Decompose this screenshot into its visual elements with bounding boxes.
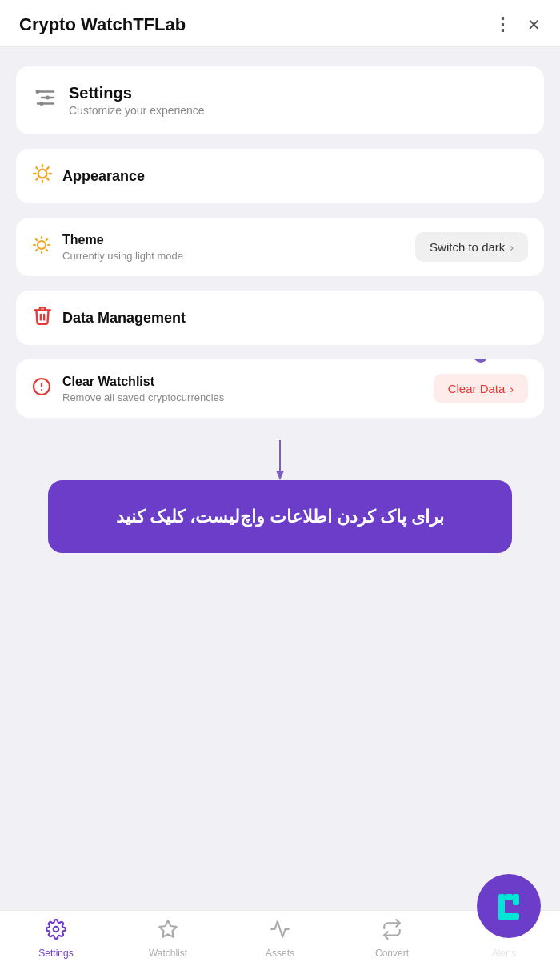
svg-line-11 — [36, 167, 38, 169]
more-icon[interactable]: ⋮ — [494, 14, 513, 35]
tooltip-anchor-dot — [474, 359, 488, 363]
svg-point-3 — [36, 90, 40, 94]
appearance-icon — [32, 163, 53, 189]
svg-line-20 — [36, 238, 37, 239]
close-icon[interactable]: ✕ — [527, 15, 541, 34]
theme-row: Theme Currently using light mode Switch … — [16, 218, 544, 276]
theme-row-left: Theme Currently using light mode — [32, 233, 183, 262]
settings-nav-label: Settings — [38, 948, 73, 959]
svg-line-21 — [46, 249, 47, 250]
watchlist-nav-icon — [158, 919, 178, 944]
svg-marker-34 — [159, 920, 177, 937]
switch-chevron-icon: › — [510, 241, 514, 254]
svg-marker-28 — [276, 471, 284, 480]
data-management-label: Data Management — [62, 310, 186, 327]
tooltip-connector — [272, 440, 288, 480]
settings-nav-icon — [46, 919, 66, 944]
svg-point-26 — [41, 389, 42, 391]
theme-subtitle: Currently using light mode — [62, 250, 183, 262]
tflab-logo-svg — [487, 884, 530, 928]
svg-line-14 — [47, 167, 49, 169]
theme-icon — [32, 235, 51, 259]
settings-header-text: Settings Customize your experience — [69, 84, 205, 117]
clear-watchlist-left: Clear Watchlist Remove all saved cryptoc… — [32, 375, 224, 403]
convert-nav-label: Convert — [375, 948, 409, 959]
alerts-nav-label: Alerts — [492, 948, 517, 959]
alert-circle-icon — [32, 377, 51, 401]
clear-chevron-icon: › — [510, 383, 514, 395]
clear-data-button-wrapper: Clear Data › — [434, 374, 528, 403]
settings-header-card: Settings Customize your experience — [16, 66, 544, 134]
clear-watchlist-subtitle: Remove all saved cryptocurrencies — [62, 391, 224, 403]
watchlist-nav-label: Watchlist — [149, 948, 187, 959]
switch-to-dark-button[interactable]: Switch to dark › — [415, 232, 528, 262]
theme-title: Theme — [62, 233, 183, 247]
data-management-icon — [32, 305, 53, 331]
settings-subtitle: Customize your experience — [69, 104, 205, 117]
assets-nav-label: Assets — [266, 948, 294, 959]
clear-data-button[interactable]: Clear Data › — [434, 374, 528, 403]
tooltip-container: برای پاک کردن اطلاعات واچ‌لیست، کلیک کنی… — [16, 440, 544, 553]
tflab-logo — [477, 874, 541, 938]
settings-header-icon — [34, 86, 58, 115]
clear-watchlist-text: Clear Watchlist Remove all saved cryptoc… — [62, 375, 224, 403]
appearance-section-label: Appearance — [16, 149, 544, 203]
svg-line-12 — [47, 178, 49, 180]
nav-item-assets[interactable]: Assets — [248, 919, 312, 959]
tooltip-text: برای پاک کردن اطلاعات واچ‌لیست، کلیک کنی… — [72, 503, 488, 531]
bottom-nav: Settings Watchlist Assets Convert — [0, 910, 560, 970]
appearance-label: Appearance — [62, 168, 145, 185]
clear-watchlist-title: Clear Watchlist — [62, 375, 224, 389]
svg-line-23 — [46, 238, 47, 239]
title-bar-actions: ⋮ ✕ — [494, 14, 541, 35]
data-management-section-label: Data Management — [16, 291, 544, 345]
settings-title: Settings — [69, 84, 205, 102]
tooltip-bubble: برای پاک کردن اطلاعات واچ‌لیست، کلیک کنی… — [48, 480, 512, 553]
svg-point-5 — [40, 102, 44, 106]
nav-item-convert[interactable]: Convert — [360, 919, 424, 959]
svg-rect-30 — [498, 913, 519, 920]
svg-point-6 — [38, 170, 47, 178]
convert-nav-icon — [382, 919, 402, 944]
app-title: Crypto WatchTFLab — [19, 14, 186, 35]
svg-rect-32 — [505, 894, 513, 900]
assets-nav-icon — [270, 919, 290, 944]
main-content: Settings Customize your experience Appea… — [0, 47, 560, 970]
svg-line-13 — [36, 178, 38, 180]
svg-point-4 — [46, 96, 50, 100]
nav-item-settings[interactable]: Settings — [24, 919, 88, 959]
svg-line-22 — [36, 249, 37, 250]
theme-text: Theme Currently using light mode — [62, 233, 183, 262]
clear-watchlist-row: Clear Watchlist Remove all saved cryptoc… — [16, 359, 544, 418]
title-bar: Crypto WatchTFLab ⋮ ✕ — [0, 0, 560, 47]
svg-point-15 — [38, 241, 46, 249]
nav-item-watchlist[interactable]: Watchlist — [136, 919, 200, 959]
svg-rect-31 — [513, 894, 519, 905]
svg-point-33 — [54, 927, 59, 932]
